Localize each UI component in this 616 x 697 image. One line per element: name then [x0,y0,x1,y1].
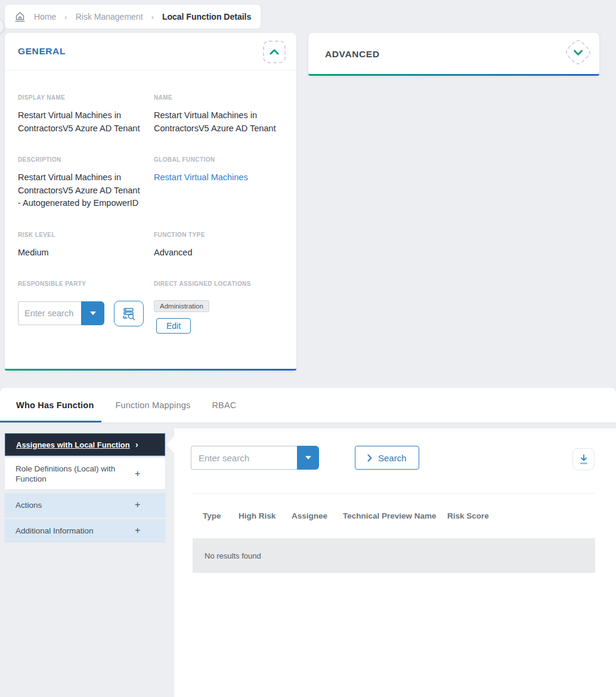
field-global-function: GLOBAL FUNCTION Restart Virtual Machines [154,156,280,210]
caret-down-icon [90,312,96,315]
chevron-down-icon [574,50,583,55]
caret-down-icon [305,456,311,459]
field-display-name: DISPLAY NAME Restart Virtual Machines in… [18,94,144,135]
column-header-high-risk: High Risk [239,511,292,520]
sidebar-item-label: Assignees with Local Function [16,440,135,450]
field-function-type: FUNCTION TYPE Advanced [154,232,280,260]
table-header-row: Type High Risk Assignee Technical Previe… [193,493,595,539]
download-button[interactable] [572,448,595,470]
download-icon [579,454,589,465]
empty-results-message: No results found [205,551,261,560]
empty-results-row: No results found [193,539,595,573]
edit-locations-button[interactable]: Edit [156,318,191,334]
chevron-right-icon: › [151,13,154,21]
who-has-function-content: Search Type High Risk Assignee Technical… [174,428,616,697]
tab-rbac[interactable]: RBAC [212,400,236,410]
field-label: RESPONSIBLE PARTY [18,280,144,287]
sidebar-item-additional-information[interactable]: Additional Information + [5,519,165,542]
global-function-link[interactable]: Restart Virtual Machines [154,172,248,182]
general-panel-title: GENERAL [18,46,66,57]
field-value: Medium [18,246,144,260]
active-tab-indicator [0,421,101,422]
field-label: DESCRIPTION [18,156,144,163]
field-label: DISPLAY NAME [18,94,144,101]
tab-bar: Who Has Function Function Mappings RBAC [0,388,616,422]
results-table: Type High Risk Assignee Technical Previe… [193,493,595,573]
advanced-search-button[interactable] [114,301,144,326]
plus-icon: + [135,468,140,479]
home-icon[interactable] [14,11,26,23]
column-header-assignee: Assignee [292,511,343,520]
sidebar-item-label: Additional Information [16,526,135,536]
field-label: GLOBAL FUNCTION [154,156,280,163]
column-header-type: Type [203,511,239,520]
field-direct-assigned-locations: DIRECT ASSIGNED LOCATIONS Administration… [154,280,280,334]
general-fields: DISPLAY NAME Restart Virtual Machines in… [5,70,296,334]
field-value: Restart Virtual Machines in ContractorsV… [18,109,144,135]
field-label: RISK LEVEL [18,232,144,238]
search-button-label: Search [378,453,407,463]
search-row: Search [191,446,419,470]
sidebar-item-role-definitions[interactable]: Role Definitions (Local) with Function + [5,458,165,489]
accordion-sidebar: Assignees with Local Function › Role Def… [5,433,165,542]
breadcrumb-item-home[interactable]: Home [34,12,56,21]
plus-icon: + [135,525,140,536]
responsible-party-dropdown-button[interactable] [81,301,104,325]
sidebar-item-actions[interactable]: Actions + [5,493,165,517]
field-label: FUNCTION TYPE [154,232,280,238]
breadcrumb-item-risk-management[interactable]: Risk Management [76,12,143,21]
search-button[interactable]: Search [355,446,419,470]
column-header-technical-preview-name: Technical Preview Name [343,511,447,520]
field-risk-level: RISK LEVEL Medium [18,232,144,260]
tab-who-has-function[interactable]: Who Has Function [16,400,94,410]
search-dropdown-button[interactable] [297,446,319,470]
field-description: DESCRIPTION Restart Virtual Machines in … [18,156,144,210]
search-input[interactable] [191,446,297,470]
field-label: DIRECT ASSIGNED LOCATIONS [154,280,280,287]
sidebar-item-label: Actions [16,500,135,510]
general-panel-header: GENERAL [5,33,296,70]
field-value: Restart Virtual Machines in ContractorsV… [154,109,280,135]
sidebar-item-assignees-with-local-function[interactable]: Assignees with Local Function › [5,433,165,456]
edge-handle[interactable] [0,18,4,35]
column-header-risk-score: Risk Score [447,511,595,520]
chevron-right-icon [367,454,372,462]
chevron-up-icon [270,49,279,55]
field-name: NAME Restart Virtual Machines in Contrac… [154,94,280,135]
field-responsible-party: RESPONSIBLE PARTY [18,280,144,334]
search-combo [191,446,319,470]
field-value: Restart Virtual Machines in ContractorsV… [18,171,144,210]
chevron-right-icon: › [64,13,67,21]
responsible-party-input[interactable] [18,301,81,325]
database-search-icon [122,306,137,321]
responsible-party-combo [18,301,104,325]
advanced-panel-title: ADVANCED [325,49,380,60]
tab-function-mappings[interactable]: Function Mappings [115,400,190,410]
location-chip: Administration [154,300,209,312]
field-value: Advanced [154,246,280,260]
advanced-panel-header: ADVANCED [308,33,599,76]
general-panel: GENERAL DISPLAY NAME Restart Virtual Mac… [5,33,296,371]
chevron-right-icon: › [135,440,138,449]
sidebar-item-label: Role Definitions (Local) with Function [16,464,135,484]
field-label: NAME [154,94,280,101]
plus-icon: + [135,499,140,510]
breadcrumb-item-current: Local Function Details [162,12,251,21]
advanced-panel: ADVANCED [308,33,599,76]
breadcrumb: Home › Risk Management › Local Function … [5,5,261,29]
expand-advanced-button[interactable] [564,38,593,67]
collapse-general-button[interactable] [263,41,286,63]
